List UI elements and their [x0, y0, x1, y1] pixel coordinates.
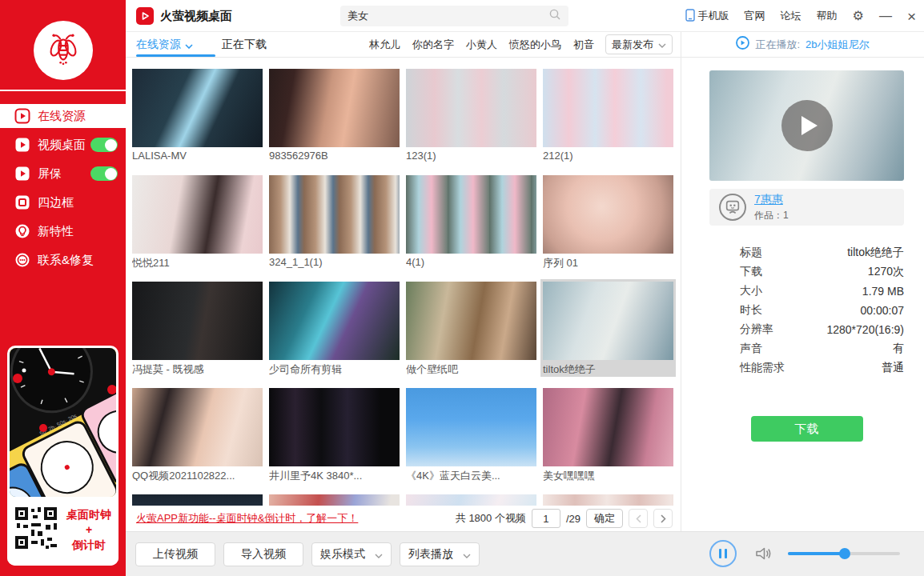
bulb-icon [14, 223, 30, 239]
close-button[interactable]: × [907, 9, 916, 24]
playing-icon [736, 36, 749, 53]
video-thumbnail[interactable] [406, 282, 536, 360]
video-card[interactable] [132, 494, 263, 506]
video-thumbnail[interactable] [406, 175, 536, 254]
sidebar-item-video-desktop[interactable]: 视频桌面 [0, 133, 126, 157]
video-card[interactable]: QQ视频2021102822... [132, 388, 263, 481]
video-card[interactable]: 做个壁纸吧 [406, 282, 536, 374]
video-thumbnail[interactable] [406, 69, 536, 147]
volume-slider[interactable] [788, 552, 900, 555]
video-card[interactable]: 983562976B [269, 69, 400, 162]
sidebar-item-screensaver[interactable]: 屏保 [0, 162, 126, 186]
video-thumbnail[interactable] [269, 388, 400, 466]
sort-dropdown[interactable]: 最新发布 [605, 34, 673, 54]
sidebar-item-contact-repair[interactable]: 联系&修复 [0, 248, 126, 272]
chevron-down-icon [658, 38, 666, 50]
chevron-down-icon [375, 548, 383, 561]
volume-slider-thumb[interactable] [839, 548, 850, 559]
sidebar: 在线资源 视频桌面 屏保 四边框 [0, 0, 126, 576]
mode-dropdown[interactable]: 娱乐模式 [311, 542, 392, 566]
video-card[interactable]: LALISA-MV [132, 69, 263, 162]
video-thumbnail[interactable] [543, 69, 673, 147]
screensaver-toggle[interactable] [90, 166, 118, 181]
sidebar-item-new-features[interactable]: 新特性 [0, 219, 126, 243]
prev-page-button[interactable] [629, 509, 648, 528]
play-icon [14, 108, 30, 124]
video-grid[interactable]: LALISA-MV 983562976B 123(1) 212(1) 悦悦211… [126, 58, 681, 506]
video-card[interactable]: 123(1) [406, 69, 536, 162]
video-card[interactable]: 悦悦211 [132, 175, 263, 268]
video-card[interactable]: 《4K》蓝天白云美... [406, 388, 536, 481]
video-title: 324_1_1(1) [269, 256, 400, 268]
quick-link[interactable]: 愤怒的小鸟 [509, 38, 561, 52]
video-thumbnail[interactable] [543, 175, 673, 254]
author-avatar[interactable] [719, 194, 746, 221]
mobile-version-link[interactable]: 手机版 [685, 9, 729, 24]
play-button-overlay[interactable] [781, 100, 833, 151]
official-site-link[interactable]: 官网 [745, 9, 765, 23]
search-bar[interactable] [340, 6, 568, 26]
quick-link[interactable]: 你的名字 [412, 38, 454, 52]
video-thumbnail[interactable] [406, 388, 536, 466]
video-card[interactable]: 212(1) [543, 69, 673, 162]
video-thumbnail[interactable] [269, 494, 400, 506]
upload-video-button[interactable]: 上传视频 [135, 542, 215, 566]
video-card[interactable]: 4(1) [406, 175, 536, 268]
next-page-button[interactable] [653, 509, 673, 528]
video-thumbnail[interactable] [132, 69, 263, 147]
sidebar-item-online-resources[interactable]: 在线资源 [0, 104, 126, 128]
sidebar-item-frame[interactable]: 四边框 [0, 190, 126, 214]
promo-banner[interactable]: 5d· 2h· 50s· 20s [7, 346, 119, 566]
quick-link[interactable]: 初音 [573, 38, 594, 52]
forum-link[interactable]: 论坛 [781, 9, 801, 23]
video-thumbnail[interactable] [406, 494, 536, 506]
download-button[interactable]: 下载 [751, 416, 863, 442]
video-title: 212(1) [543, 150, 673, 162]
video-thumbnail[interactable] [543, 282, 673, 360]
video-card[interactable] [269, 494, 400, 506]
video-thumbnail[interactable] [543, 494, 673, 506]
video-card-selected[interactable]: tiltok绝绝子 [543, 282, 673, 374]
settings-gear-icon[interactable]: ⚙ [853, 10, 864, 22]
video-thumbnail[interactable] [269, 69, 400, 147]
video-card[interactable]: 少司命所有剪辑 [269, 282, 400, 374]
video-thumbnail[interactable] [132, 175, 263, 254]
quick-link[interactable]: 林允儿 [369, 38, 400, 52]
video-thumbnail[interactable] [269, 175, 400, 254]
volume-icon[interactable] [754, 546, 772, 562]
author-name-link[interactable]: 7惠惠 [754, 193, 789, 207]
video-desktop-toggle[interactable] [90, 138, 118, 152]
video-card[interactable]: 冯提莫 - 既视感 [132, 282, 263, 374]
video-thumbnail[interactable] [269, 282, 400, 360]
tab-online-resources[interactable]: 在线资源 [136, 38, 193, 52]
video-thumbnail[interactable] [132, 282, 263, 360]
help-link[interactable]: 帮助 [817, 9, 838, 23]
confirm-page-button[interactable]: 确定 [586, 509, 623, 528]
video-preview[interactable] [709, 70, 904, 181]
detail-row: 下载1270次 [740, 262, 904, 282]
video-thumbnail[interactable] [132, 494, 263, 506]
video-card[interactable]: 序列 01 [543, 175, 673, 268]
search-input[interactable] [348, 10, 548, 22]
now-playing-title[interactable]: 2b小姐姐尼尔 [805, 38, 869, 52]
video-card[interactable] [543, 494, 673, 506]
play-mode-dropdown[interactable]: 列表播放 [400, 542, 480, 566]
video-card[interactable] [406, 494, 536, 506]
tab-downloading[interactable]: 正在下载 [222, 38, 267, 52]
author-card: 7惠惠 作品：1 [709, 189, 904, 226]
quick-link[interactable]: 小黄人 [466, 38, 497, 52]
search-icon[interactable] [548, 8, 561, 24]
video-thumbnail[interactable] [543, 388, 673, 466]
pause-button[interactable] [709, 540, 737, 567]
page-number-input[interactable] [532, 509, 560, 528]
video-card[interactable]: 美女嘿嘿嘿 [543, 388, 673, 481]
announcement-link[interactable]: 火萤APP新功能--桌面时钟&倒计时，了解一下！ [136, 511, 358, 526]
video-card[interactable]: 井川里予4K 3840*... [269, 388, 400, 481]
minimize-button[interactable]: — [879, 10, 892, 22]
sidebar-item-label: 屏保 [38, 166, 62, 182]
video-thumbnail[interactable] [132, 388, 263, 466]
import-video-button[interactable]: 导入视频 [223, 542, 303, 566]
sidebar-item-label: 视频桌面 [38, 138, 86, 153]
video-card[interactable]: 324_1_1(1) [269, 175, 400, 268]
sidebar-item-label: 在线资源 [38, 109, 86, 124]
